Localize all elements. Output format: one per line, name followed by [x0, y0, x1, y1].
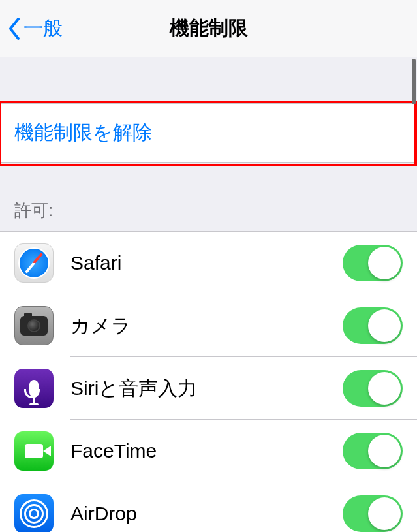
list-item-siri: Siriと音声入力	[0, 357, 417, 420]
list-item-airdrop: AirDrop	[0, 482, 417, 532]
app-label: Safari	[70, 252, 343, 274]
app-label: Siriと音声入力	[70, 375, 343, 402]
back-label: 一般	[23, 15, 63, 42]
allow-section-header: 許可:	[0, 163, 417, 231]
chevron-left-icon	[8, 18, 21, 40]
airdrop-icon	[14, 494, 54, 532]
toggle-safari[interactable]	[343, 245, 403, 281]
app-label: FaceTime	[70, 440, 343, 462]
disable-restrictions-button[interactable]: 機能制限を解除	[0, 103, 417, 163]
toggle-facetime[interactable]	[343, 433, 403, 469]
app-label: カメラ	[70, 313, 343, 339]
list-item-safari: Safari	[0, 232, 417, 294]
navbar: 一般 機能制限	[0, 0, 417, 57]
toggle-siri[interactable]	[343, 370, 403, 407]
allow-list: Safari カメラ Siriと音声入力 FaceTime	[0, 231, 417, 532]
facetime-icon	[14, 431, 54, 471]
back-button[interactable]: 一般	[0, 15, 63, 42]
disable-restrictions-row-wrap: 機能制限を解除	[0, 103, 417, 163]
toggle-camera[interactable]	[343, 307, 403, 344]
content-scroll[interactable]: 機能制限を解除 許可: Safari カメラ Siriと音声入力	[0, 57, 417, 532]
camera-icon	[14, 306, 54, 345]
app-label: AirDrop	[70, 503, 343, 525]
list-item-facetime: FaceTime	[0, 420, 417, 482]
scrollbar-thumb[interactable]	[412, 59, 416, 104]
siri-icon	[14, 369, 54, 408]
toggle-airdrop[interactable]	[343, 495, 403, 532]
list-item-camera: カメラ	[0, 294, 417, 357]
safari-icon	[14, 243, 54, 283]
